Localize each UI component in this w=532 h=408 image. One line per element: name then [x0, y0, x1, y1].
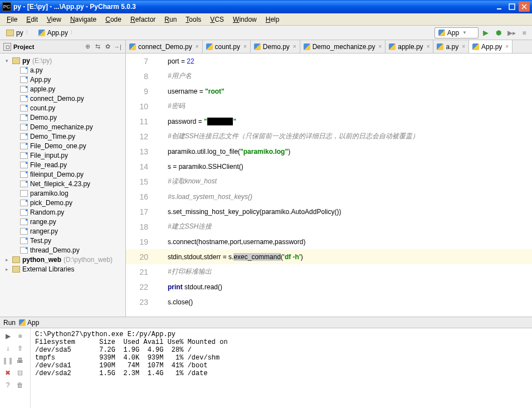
close-tab-icon[interactable]: ×: [293, 43, 296, 50]
console-output[interactable]: C:\Python27\python.exe E:/py/App.py File…: [31, 328, 532, 408]
tree-node[interactable]: range.py: [0, 217, 125, 226]
tree-node[interactable]: File_Demo_one.py: [0, 141, 125, 150]
code-line[interactable]: 13paramiko.util.log_to_file("paramiko.lo…: [126, 144, 532, 159]
code-line[interactable]: 9username = "root": [126, 84, 532, 99]
menu-refactor[interactable]: Refactor: [126, 14, 160, 25]
close-tab-icon[interactable]: ×: [378, 43, 382, 50]
code-text[interactable]: paramiko.util.log_to_file("paramiko.log"…: [157, 148, 532, 156]
code-text[interactable]: s.set_missing_host_key_policy(paramiko.A…: [157, 208, 532, 216]
tree-twisty-icon[interactable]: ▸: [3, 257, 10, 263]
tree-node[interactable]: pick_Demo.py: [0, 198, 125, 207]
menu-run[interactable]: Run: [160, 14, 181, 25]
print-icon[interactable]: 🖶: [14, 355, 26, 366]
code-line[interactable]: 21#打印标准输出: [126, 264, 532, 279]
tree-node[interactable]: paramiko.log: [0, 188, 125, 198]
code-text[interactable]: #读取know_host: [157, 177, 532, 186]
tree-node[interactable]: Random.py: [0, 207, 125, 217]
close-tab-icon[interactable]: ×: [243, 43, 247, 50]
project-tree[interactable]: ▾py(E:\py)a.pyApp.pyapple.pyconnect_Demo…: [0, 54, 125, 317]
menu-code[interactable]: Code: [101, 14, 126, 25]
tree-node[interactable]: ▸External Libraries: [0, 264, 125, 274]
editor-tab[interactable]: connect_Demo.py×: [126, 40, 203, 53]
code-line[interactable]: 12#创建SSH连接日志文件（只保留前一次连接的详细日志，以前的日志会自动被覆盖…: [126, 129, 532, 144]
code-text[interactable]: #创建SSH连接日志文件（只保留前一次连接的详细日志，以前的日志会自动被覆盖）: [157, 132, 532, 141]
tree-node[interactable]: apple.py: [0, 84, 125, 94]
code-line[interactable]: 14s = paramiko.SSHClient(): [126, 159, 532, 174]
tree-node[interactable]: ▸python_web(D:\python_web): [0, 255, 125, 264]
run-config-selector[interactable]: App ▼: [435, 27, 479, 38]
code-text[interactable]: s = paramiko.SSHClient(): [157, 163, 532, 171]
close-tab-icon[interactable]: ×: [462, 43, 465, 50]
tree-node[interactable]: connect_Demo.py: [0, 94, 125, 103]
tree-node[interactable]: count.py: [0, 103, 125, 113]
run-with-coverage-button[interactable]: ▶▸: [506, 27, 517, 38]
code-line[interactable]: 20stdin,stdout,stderr = s.exec_command('…: [126, 249, 532, 264]
code-text[interactable]: s.connect(hostname,port,username,passwor…: [157, 238, 532, 246]
tree-node[interactable]: App.py: [0, 75, 125, 84]
scroll-to-end-icon[interactable]: ↓: [2, 343, 13, 354]
code-line[interactable]: 11password = "xxxxxxx": [126, 114, 532, 129]
tree-node[interactable]: File_read.py: [0, 160, 125, 169]
menu-vcs[interactable]: VCS: [206, 14, 228, 25]
up-stack-icon[interactable]: ⇧: [14, 343, 26, 354]
help-icon[interactable]: ?: [2, 380, 13, 391]
code-text[interactable]: #密码: [157, 101, 532, 111]
code-text[interactable]: #打印标准输出: [157, 267, 532, 276]
editor-tab[interactable]: Demo_mechanize.py×: [300, 40, 386, 53]
close-run-icon[interactable]: ✖: [2, 367, 13, 378]
tree-node[interactable]: Demo_Time.py: [0, 132, 125, 141]
menu-edit[interactable]: Edit: [22, 14, 42, 25]
tree-node[interactable]: Demo.py: [0, 113, 125, 122]
code-line[interactable]: 22print stdout.read(): [126, 279, 532, 294]
code-line[interactable]: 23s.close(): [126, 294, 532, 309]
maximize-button[interactable]: [506, 2, 518, 12]
code-line[interactable]: 17s.set_missing_host_key_policy(paramiko…: [126, 204, 532, 219]
menu-tools[interactable]: Tools: [181, 14, 206, 25]
tree-node[interactable]: File_input.py: [0, 150, 125, 160]
menu-view[interactable]: View: [42, 14, 66, 25]
code-line[interactable]: 8#用户名: [126, 69, 532, 84]
code-text[interactable]: port = 22: [157, 57, 532, 65]
tree-node[interactable]: a.py: [0, 65, 125, 75]
collapse-all-icon[interactable]: ⇆: [93, 42, 102, 51]
code-line[interactable]: 18#建立SSH连接: [126, 219, 532, 234]
code-line[interactable]: 19s.connect(hostname,port,username,passw…: [126, 234, 532, 249]
code-text[interactable]: #s.load_system_host_keys(): [157, 193, 532, 201]
tree-node[interactable]: ▾py(E:\py): [0, 56, 125, 65]
code-text[interactable]: stdin,stdout,stderr = s.exec_command('df…: [157, 253, 532, 261]
code-line[interactable]: 15#读取know_host: [126, 174, 532, 189]
code-text[interactable]: password = "xxxxxxx": [157, 118, 532, 125]
code-text[interactable]: #用户名: [157, 71, 532, 81]
code-editor[interactable]: 7port = 228#用户名9username = "root"10#密码11…: [126, 54, 532, 317]
scroll-from-source-icon[interactable]: ⊕: [83, 42, 92, 51]
pin-icon[interactable]: ⊟: [14, 367, 26, 378]
tree-node[interactable]: thread_Demo.py: [0, 245, 125, 255]
code-text[interactable]: username = "root": [157, 88, 532, 95]
close-tab-icon[interactable]: ×: [196, 43, 199, 50]
tree-node[interactable]: fileinput_Demo.py: [0, 169, 125, 179]
tree-twisty-icon[interactable]: ▾: [3, 58, 10, 64]
stop-process-button[interactable]: ■: [14, 331, 26, 342]
rerun-button[interactable]: ▶: [2, 331, 13, 342]
code-text[interactable]: s.close(): [157, 298, 532, 306]
editor-tab[interactable]: App.py×: [469, 40, 513, 53]
close-tab-icon[interactable]: ×: [505, 43, 509, 50]
menu-file[interactable]: File: [2, 14, 22, 25]
debug-button[interactable]: ⬢: [493, 27, 504, 38]
settings-icon[interactable]: ✿: [103, 42, 112, 51]
code-line[interactable]: 7port = 22: [126, 54, 532, 69]
menu-window[interactable]: Window: [228, 14, 261, 25]
editor-tab[interactable]: count.py×: [203, 40, 251, 53]
code-text[interactable]: print stdout.read(): [157, 283, 532, 291]
tree-node[interactable]: Net_filepick_4.23.py: [0, 179, 125, 188]
editor-tab[interactable]: Demo.py×: [251, 40, 300, 53]
menu-help[interactable]: Help: [261, 14, 284, 25]
code-text[interactable]: #建立SSH连接: [157, 222, 532, 231]
close-tab-icon[interactable]: ×: [427, 43, 430, 50]
code-line[interactable]: 16#s.load_system_host_keys(): [126, 189, 532, 204]
tree-twisty-icon[interactable]: ▸: [3, 266, 10, 272]
tree-node[interactable]: Demo_mechanize.py: [0, 122, 125, 132]
close-button[interactable]: [519, 2, 530, 12]
pause-button[interactable]: ❚❚: [2, 355, 13, 366]
editor-tab[interactable]: a.py×: [433, 40, 469, 53]
